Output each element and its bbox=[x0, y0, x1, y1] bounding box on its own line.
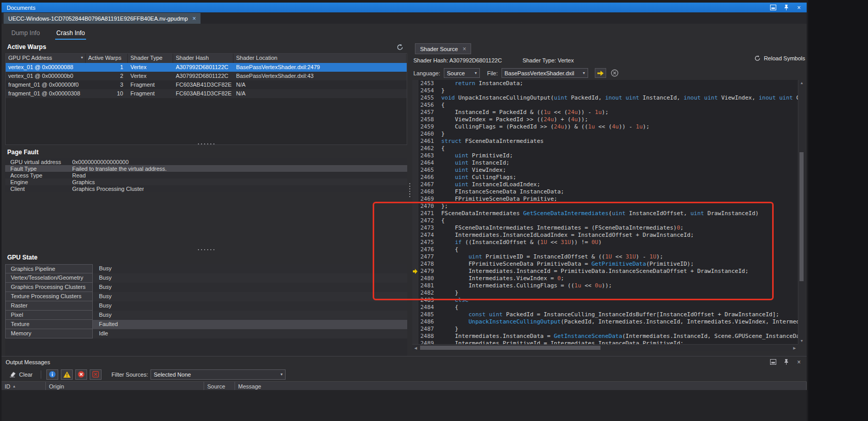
gpu-state-row[interactable]: Texture Processing ClustersBusy bbox=[5, 292, 407, 301]
document-tab[interactable]: UECC-Windows-1CD7052844B0796A81191E926FF… bbox=[4, 13, 201, 24]
code-line[interactable]: 2486 UnpackInstanceCullingOutput(PackedI… bbox=[412, 318, 798, 326]
breakpoint-gutter[interactable] bbox=[412, 203, 419, 210]
vertical-scrollbar[interactable]: ▲ ▼ bbox=[798, 80, 805, 344]
breakpoint-gutter[interactable] bbox=[412, 181, 419, 188]
code-line[interactable]: 2479 Intermediates.InstanceId = Primitiv… bbox=[412, 268, 798, 275]
breakpoint-gutter[interactable] bbox=[412, 333, 419, 340]
pin-icon[interactable] bbox=[782, 359, 790, 366]
code-line[interactable]: 2473 FSceneDataIntermediates Intermediat… bbox=[412, 224, 798, 232]
code-line[interactable]: 2468 FInstanceSceneData InstanceData; bbox=[412, 188, 798, 196]
page-fault-row[interactable]: GPU virtual address0x0000000000000000 bbox=[5, 158, 407, 165]
warp-row[interactable]: vertex_01 @ 0x000000b02VertexA307992D680… bbox=[6, 72, 407, 80]
breakpoint-gutter[interactable] bbox=[412, 196, 419, 203]
code-line[interactable]: 2470}; bbox=[412, 203, 798, 210]
breakpoint-gutter[interactable] bbox=[412, 232, 419, 239]
shader-code-editor[interactable]: 2453 return InstanceData;2454}2455void U… bbox=[412, 80, 798, 344]
scrollbar-thumb[interactable] bbox=[420, 346, 600, 350]
code-line[interactable]: 2467 uint InstanceIdLoadIndex; bbox=[412, 181, 798, 188]
goto-line-button[interactable] bbox=[595, 68, 606, 78]
scroll-down-icon[interactable]: ▼ bbox=[798, 338, 805, 344]
code-line[interactable]: 2462{ bbox=[412, 145, 798, 152]
gpu-state-row[interactable]: Vertex/Tesselation/GeometryBusy bbox=[5, 273, 407, 283]
filter-error-toggle[interactable] bbox=[75, 369, 87, 380]
code-line[interactable]: 2456{ bbox=[412, 102, 798, 109]
column-header[interactable]: ID▲ bbox=[2, 382, 46, 390]
warp-row[interactable]: fragment_01 @ 0x0000030810FragmentFC603A… bbox=[6, 89, 407, 98]
breakpoint-gutter[interactable] bbox=[412, 131, 419, 138]
breakpoint-gutter[interactable] bbox=[412, 94, 419, 102]
column-header[interactable]: Message bbox=[235, 382, 807, 390]
gpu-state-row[interactable]: MemoryIdle bbox=[5, 329, 407, 338]
breakpoint-gutter[interactable] bbox=[412, 167, 419, 174]
breakpoint-gutter[interactable] bbox=[412, 282, 419, 289]
code-line[interactable]: 2489 Intermediates.PrimitiveId = Interme… bbox=[412, 340, 798, 344]
code-line[interactable]: 2483 else bbox=[412, 297, 798, 304]
breakpoint-gutter[interactable] bbox=[412, 145, 419, 152]
column-header[interactable]: Source bbox=[204, 382, 235, 390]
dock-icon[interactable] bbox=[770, 4, 777, 11]
code-line[interactable]: 2484 { bbox=[412, 304, 798, 311]
breakpoint-gutter[interactable] bbox=[412, 261, 419, 268]
gpu-state-row[interactable]: Graphics PipelineBusy bbox=[5, 264, 407, 273]
breakpoint-gutter[interactable] bbox=[412, 138, 419, 145]
code-line[interactable]: 2488 Intermediates.InstanceData = GetIns… bbox=[412, 333, 798, 340]
code-line[interactable]: 2477 uint PrimitiveID = InstanceIdOffset… bbox=[412, 253, 798, 261]
horizontal-splitter[interactable] bbox=[5, 249, 407, 250]
column-header[interactable]: GPU PC Address▾ bbox=[6, 54, 86, 63]
breakpoint-gutter[interactable] bbox=[412, 340, 419, 344]
code-line[interactable]: 2464 uint InstanceId; bbox=[412, 159, 798, 167]
breakpoint-gutter[interactable] bbox=[412, 253, 419, 261]
breakpoint-gutter[interactable] bbox=[412, 116, 419, 123]
warp-row[interactable]: vertex_01 @ 0x000000881VertexA307992D680… bbox=[6, 63, 407, 72]
breakpoint-gutter[interactable] bbox=[412, 224, 419, 232]
column-header[interactable]: Shader Location bbox=[233, 54, 407, 63]
code-line[interactable]: 2480 Intermediates.ViewIndex = 0; bbox=[412, 275, 798, 282]
breakpoint-gutter[interactable] bbox=[412, 246, 419, 253]
breakpoint-gutter[interactable] bbox=[412, 109, 419, 116]
breakpoint-gutter[interactable] bbox=[412, 318, 419, 326]
gpu-state-row[interactable]: PixelBusy bbox=[5, 311, 407, 320]
code-line[interactable]: 2476 { bbox=[412, 246, 798, 253]
vertical-splitter[interactable] bbox=[407, 183, 412, 197]
code-line[interactable]: 2482 } bbox=[412, 289, 798, 297]
horizontal-splitter[interactable] bbox=[5, 143, 407, 144]
breakpoint-gutter[interactable] bbox=[412, 275, 419, 282]
gpu-state-row[interactable]: RasterBusy bbox=[5, 301, 407, 311]
breakpoint-gutter[interactable] bbox=[412, 123, 419, 131]
breakpoint-gutter[interactable] bbox=[412, 174, 419, 181]
filter-script-error-toggle[interactable] bbox=[90, 369, 102, 380]
gpu-state-row[interactable]: TextureFaulted bbox=[5, 320, 407, 329]
code-line[interactable]: 2465 uint ViewIndex; bbox=[412, 167, 798, 174]
code-line[interactable]: 2472{ bbox=[412, 217, 798, 224]
clear-button[interactable]: Clear bbox=[6, 370, 36, 379]
shader-source-tab[interactable]: Shader Source × bbox=[415, 43, 471, 54]
language-select[interactable]: Source ▾ bbox=[444, 68, 480, 78]
code-line[interactable]: 2453 return InstanceData; bbox=[412, 80, 798, 87]
page-fault-row[interactable]: EngineGraphics bbox=[5, 179, 407, 185]
breakpoint-gutter[interactable] bbox=[412, 80, 419, 87]
page-fault-row[interactable]: Fault TypeFailed to translate the virtua… bbox=[5, 165, 407, 172]
pin-icon[interactable] bbox=[782, 4, 790, 11]
code-line[interactable]: 2475 if ((InstanceIdOffset & (1U << 31U)… bbox=[412, 239, 798, 246]
code-line[interactable]: 2478 FPrimitiveSceneData PrimitiveData =… bbox=[412, 261, 798, 268]
code-line[interactable]: 2474 Intermediates.InstanceIdLoadIndex =… bbox=[412, 232, 798, 239]
scroll-right-icon[interactable]: ▶ bbox=[791, 345, 798, 351]
breakpoint-gutter[interactable] bbox=[412, 239, 419, 246]
close-icon[interactable]: × bbox=[795, 359, 803, 366]
file-select[interactable]: BasePassVertexShader.dxil ▾ bbox=[502, 68, 588, 78]
tab-dump-info[interactable]: Dump Info bbox=[10, 28, 41, 40]
filter-warning-toggle[interactable] bbox=[61, 369, 73, 380]
breakpoint-gutter[interactable] bbox=[412, 311, 419, 318]
code-line[interactable]: 2463 uint PrimitiveId; bbox=[412, 152, 798, 159]
code-line[interactable]: 2458 ViewIndex = PackedId >> ((24u) + (4… bbox=[412, 116, 798, 123]
code-line[interactable]: 2454} bbox=[412, 87, 798, 94]
breakpoint-gutter[interactable] bbox=[412, 289, 419, 297]
page-fault-row[interactable]: ClientGraphics Processing Cluster bbox=[5, 185, 407, 192]
gpu-state-row[interactable]: Graphics Processing ClustersBusy bbox=[5, 283, 407, 292]
scroll-up-icon[interactable]: ▲ bbox=[798, 80, 805, 86]
code-line[interactable]: 2471FSceneDataIntermediates GetSceneData… bbox=[412, 210, 798, 217]
breakpoint-gutter[interactable] bbox=[412, 87, 419, 94]
code-line[interactable]: 2457 InstanceId = PackedId & ((1u << (24… bbox=[412, 109, 798, 116]
filter-sources-select[interactable]: Selected None ▾ bbox=[151, 369, 286, 380]
reload-symbols-button[interactable]: Reload Symbols bbox=[754, 55, 805, 61]
